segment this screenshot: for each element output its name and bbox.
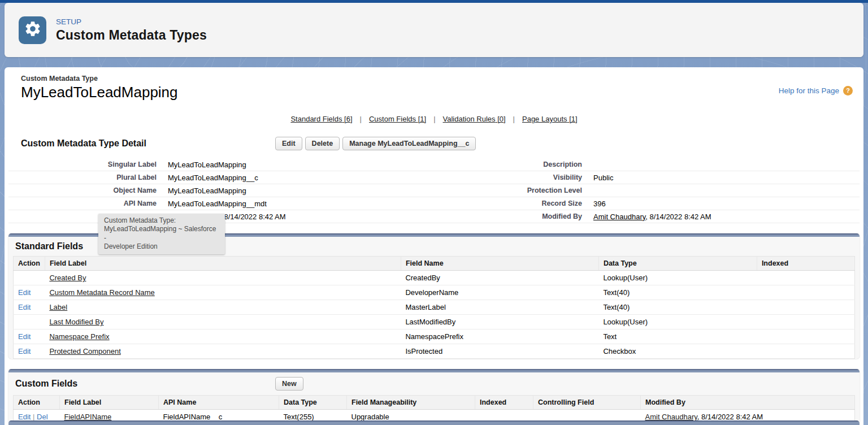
table-row: Edit Namespace Prefix NamespacePrefix Te…	[14, 329, 855, 344]
custom-fields-section: Custom Fields New Action Field Label API…	[8, 369, 860, 424]
column-header-api-name: API Name	[159, 396, 279, 410]
field-label-link[interactable]: Namespace Prefix	[49, 332, 109, 341]
app-title: Custom Metadata Types	[56, 28, 207, 43]
field-label-link[interactable]: FieldAPIName	[64, 413, 112, 421]
table-row: Last Modified By LastModifiedBy Lookup(U…	[14, 315, 855, 329]
column-header-data-type: Data Type	[598, 257, 757, 271]
column-header-field-label: Field Label	[60, 396, 159, 410]
modified-by-user-link[interactable]: Amit Chaudhary	[593, 212, 645, 221]
edit-button[interactable]: Edit	[275, 137, 302, 150]
help-question-icon[interactable]: ?	[843, 86, 853, 96]
detail-row-object-name: Object Name MyLeadToLeadMapping	[8, 184, 434, 197]
column-header-field-name: Field Name	[401, 257, 598, 271]
edit-action-link[interactable]: Edit	[18, 303, 31, 311]
detail-row-record-size: Record Size 396	[434, 197, 860, 210]
column-header-controlling-field: Controlling Field	[533, 396, 641, 410]
nav-separator: |	[433, 115, 435, 123]
detail-row-created-by: Created By Amit Chaudhary, 8/14/2022 8:4…	[8, 210, 434, 223]
table-row: Edit Custom Metadata Record Name Develop…	[14, 285, 855, 300]
column-header-field-manageability: Field Manageability	[347, 396, 475, 410]
column-header-indexed: Indexed	[757, 257, 854, 271]
detail-row-plural-label: Plural Label MyLeadToLeadMapping__c	[8, 171, 434, 184]
nav-separator: |	[360, 115, 362, 123]
nav-link-page-layouts[interactable]: Page Layouts [1]	[522, 115, 578, 123]
column-header-action: Action	[14, 396, 60, 410]
hover-tooltip: Custom Metadata Type: MyLeadToLeadMappin…	[98, 214, 225, 254]
table-header-row: Action Field Label Field Name Data Type …	[14, 257, 855, 271]
detail-row-description: Description	[434, 158, 860, 171]
delete-button[interactable]: Delete	[305, 137, 340, 150]
action-separator: |	[33, 413, 34, 421]
detail-row-visibility: Visibility Public	[434, 171, 860, 184]
table-header-row: Action Field Label API Name Data Type Fi…	[14, 396, 855, 410]
table-row: Edit Protected Component IsProtected Che…	[14, 344, 855, 359]
edit-action-link[interactable]: Edit	[18, 288, 31, 297]
table-row: Edit Label MasterLabel Text(40)	[14, 300, 855, 315]
main-content: Custom Metadata Type MyLeadToLeadMapping…	[5, 67, 863, 425]
modified-by-user-link[interactable]: Amit Chaudhary	[645, 413, 697, 421]
column-header-action: Action	[14, 257, 45, 271]
manage-records-button[interactable]: Manage MyLeadToLeadMapping__c	[342, 137, 476, 150]
delete-action-link[interactable]: Del	[37, 413, 48, 421]
column-header-modified-by: Modified By	[641, 396, 855, 410]
field-label-link[interactable]: Last Modified By	[49, 318, 103, 326]
detail-row-api-name: API Name MyLeadToLeadMapping__mdt	[8, 197, 434, 210]
field-label-link[interactable]: Label	[49, 303, 67, 311]
column-header-indexed: Indexed	[475, 396, 533, 410]
table-row: Created By CreatedBy Lookup(User)	[14, 271, 855, 285]
gear-icon	[24, 20, 42, 40]
nav-link-standard-fields[interactable]: Standard Fields [6]	[290, 115, 352, 123]
field-label-link[interactable]: Protected Component	[49, 347, 120, 355]
help-for-this-page-link[interactable]: Help for this Page	[779, 86, 839, 95]
next-section-top-border	[8, 420, 860, 425]
nav-link-validation-rules[interactable]: Validation Rules [0]	[443, 115, 506, 123]
edit-action-link[interactable]: Edit	[18, 347, 31, 355]
setup-label: SETUP	[56, 18, 207, 26]
setup-gear-tile	[19, 16, 46, 44]
column-header-field-label: Field Label	[45, 257, 401, 271]
nav-link-custom-fields[interactable]: Custom Fields [1]	[369, 115, 426, 123]
edit-action-link[interactable]: Edit	[18, 332, 31, 341]
detail-row-singular-label: Singular Label MyLeadToLeadMapping	[8, 158, 434, 171]
page-title: MyLeadToLeadMapping	[21, 84, 178, 101]
edit-action-link[interactable]: Edit	[18, 413, 31, 421]
custom-fields-title: Custom Fields	[15, 379, 275, 389]
detail-section-title: Custom Metadata Type Detail	[21, 138, 275, 149]
standard-fields-table: Action Field Label Field Name Data Type …	[13, 256, 855, 359]
entity-type-label: Custom Metadata Type	[21, 75, 178, 83]
field-label-link[interactable]: Custom Metadata Record Name	[49, 288, 154, 297]
new-button[interactable]: New	[275, 377, 303, 391]
column-header-data-type: Data Type	[279, 396, 347, 410]
nav-separator: |	[513, 115, 515, 123]
detail-field-grid: Singular Label MyLeadToLeadMapping Plura…	[8, 158, 860, 223]
setup-header: SETUP Custom Metadata Types	[5, 3, 863, 57]
section-jump-links: Standard Fields [6]|Custom Fields [1]|Va…	[8, 115, 860, 123]
detail-row-protection-level: Protection Level	[434, 184, 860, 197]
detail-row-modified-by: Modified By Amit Chaudhary, 8/14/2022 8:…	[434, 210, 860, 223]
field-label-link[interactable]: Created By	[49, 274, 86, 282]
